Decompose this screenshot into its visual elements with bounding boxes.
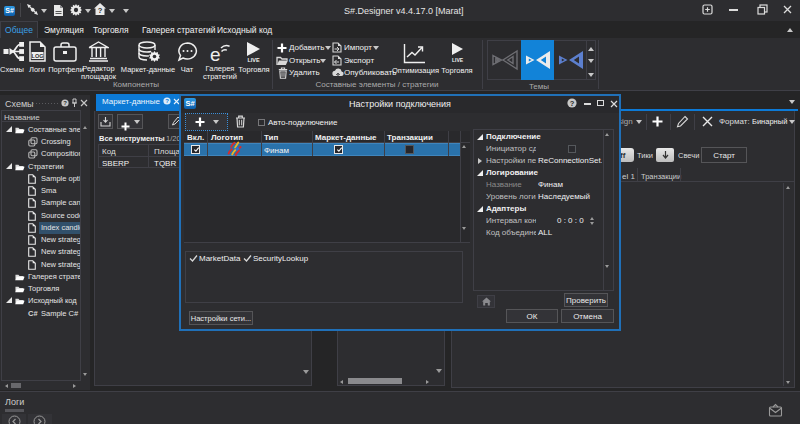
svg-text:?: ? xyxy=(63,100,67,106)
svg-text:e: e xyxy=(210,44,221,63)
svg-text:LOG: LOG xyxy=(32,53,44,59)
svg-text:?: ? xyxy=(165,98,169,104)
svg-text:LIVE: LIVE xyxy=(247,57,260,63)
svg-text:?: ? xyxy=(570,99,575,108)
svg-text:LIVE: LIVE xyxy=(452,57,464,63)
svg-text:?: ? xyxy=(98,6,103,15)
